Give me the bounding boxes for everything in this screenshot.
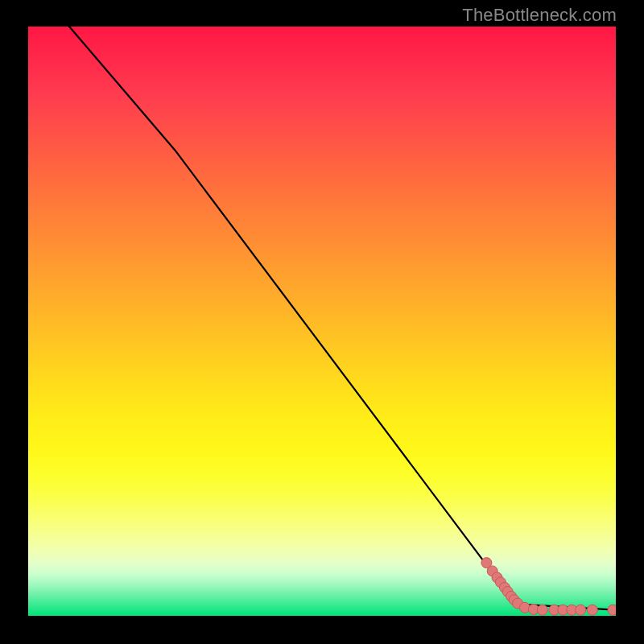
data-point [567,605,577,615]
data-point [487,566,497,576]
data-point [502,587,513,597]
data-point [558,605,568,615]
chart-stage: TheBottleneck.com [0,0,644,644]
data-point [495,577,506,588]
data-point [492,572,502,583]
data-point [509,595,519,605]
chart-svg [28,27,616,616]
data-point [500,582,510,592]
data-point [481,558,492,568]
data-point [513,598,523,609]
data-point [608,605,616,615]
data-point [537,605,547,615]
data-point [587,605,597,615]
data-point [506,591,517,601]
curve-line [69,27,616,610]
data-point [519,602,530,613]
data-point [576,605,586,615]
data-point [528,604,539,614]
plot-area [28,27,616,616]
data-point [549,605,559,615]
attribution-text: TheBottleneck.com [462,5,617,26]
